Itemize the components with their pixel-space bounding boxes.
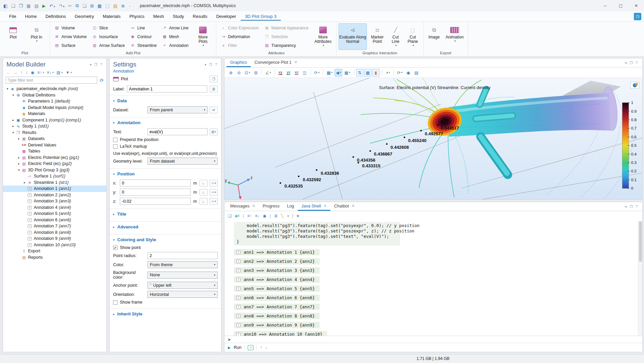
update-plot-icon[interactable]: ⟳▾	[396, 69, 404, 77]
rotate-icon[interactable]: ⟳▾	[313, 69, 321, 77]
close-tab-icon[interactable]: ✕	[352, 204, 355, 208]
tree-item-annotation-5[interactable]: Annotation 5{ann5}	[3, 211, 106, 217]
close-tab-icon[interactable]: ✕	[252, 204, 255, 208]
qat-overflow-icon[interactable]: ⌄	[129, 4, 131, 7]
panel-float-icon[interactable]: ❐	[629, 205, 633, 208]
show-frame-checkbox[interactable]	[113, 300, 117, 305]
tree-item-electric-potential-ec-[interactable]: ▸Electric Potential (ec){pg1}	[3, 155, 106, 161]
ribbon-arrow-volume-button[interactable]: ⊞Arrow Volume	[52, 32, 89, 41]
annotation-text-input[interactable]	[147, 128, 208, 135]
close-button[interactable]: ✕	[628, 0, 644, 11]
panel-menu-icon[interactable]: ▾	[205, 63, 206, 66]
panel-pin-icon[interactable]: ⊤	[635, 205, 638, 208]
copy-icon[interactable]: ⧉	[76, 3, 79, 8]
camera-view-icon[interactable]: ◫	[301, 69, 308, 77]
orientation-select[interactable]: Horizontal▾	[147, 291, 218, 298]
duplicate-icon[interactable]: ⊞	[90, 3, 94, 8]
plot-settings-button[interactable]	[630, 82, 639, 89]
section-advanced[interactable]: ▸Advanced	[113, 223, 218, 231]
tree-item-surface-1[interactable]: Surface 1{surf1}	[3, 173, 106, 179]
panel-menu-icon[interactable]: ▾	[625, 205, 627, 208]
tree-item-3d-plot-group-3[interactable]: ▾3D Plot Group 3{pg3}	[3, 167, 106, 173]
ribbon-arrow-line-button[interactable]: ↗Arrow Line	[160, 24, 191, 32]
find-icon[interactable]: ⊕	[121, 3, 125, 8]
show-frame-row[interactable]: Show frame	[113, 299, 218, 306]
tree-filter-input[interactable]	[6, 77, 97, 84]
ribbon-annotation-button[interactable]: ⌖Annotation	[160, 41, 191, 50]
more-attributes-button[interactable]: More Attributes▾	[312, 23, 334, 50]
section-coloring-style[interactable]: ▾Coloring and Style	[113, 235, 218, 244]
tab-convergence-plot-1[interactable]: Convergence Plot 1✕	[251, 58, 301, 67]
geometry-level-select[interactable]: From dataset▾	[147, 158, 218, 165]
panel-float-icon[interactable]: ❐	[94, 63, 97, 66]
script-icon[interactable]: ≡	[248, 345, 253, 350]
show-point-checkbox[interactable]: ✔	[113, 246, 117, 250]
help-button[interactable]: ◳	[634, 13, 641, 20]
tree-item-results[interactable]: ▾Results	[3, 130, 106, 136]
show-icon[interactable]: ◉	[31, 70, 34, 75]
tree-item-annotation-6[interactable]: Annotation 6{ann6}	[3, 217, 106, 223]
section-annotation[interactable]: ▾Annotation	[113, 118, 218, 127]
section-title[interactable]: ▸Title	[113, 210, 218, 219]
tree-item-global-definitions[interactable]: ▾Global Definitions	[3, 92, 106, 99]
show-grid-icon[interactable]: ▦	[364, 69, 372, 77]
default-view-icon[interactable]: ∠▾	[264, 69, 272, 77]
range-button[interactable]: ∟	[199, 189, 208, 196]
menu-mesh[interactable]: Mesh	[149, 12, 168, 21]
unit-menu-button[interactable]: ▭▾	[210, 189, 218, 196]
forward-icon[interactable]: →	[14, 70, 18, 75]
section-data[interactable]: ▾Data	[113, 96, 218, 105]
plot-in-window-button[interactable]: ❐	[210, 76, 218, 82]
panel-pin-icon[interactable]: ⊤	[100, 63, 103, 66]
assignments-icon[interactable]: a=	[235, 214, 240, 218]
move-down-icon[interactable]: ↓	[26, 70, 28, 75]
graphics-canvas[interactable]: 0.6445170.4925770.4552400.4426080.436867…	[224, 78, 642, 199]
tree-item-reports[interactable]: Reports	[3, 254, 106, 261]
view-xy-icon[interactable]: xy	[277, 69, 284, 77]
more-plots-button[interactable]: More Plots▾	[192, 23, 214, 50]
panel-float-icon[interactable]: ❐	[629, 61, 633, 65]
cut-icon[interactable]: ✂	[68, 3, 72, 8]
zoom-in-icon[interactable]: ⊕	[227, 69, 235, 77]
dataset-switch-button[interactable]: ⇄	[210, 107, 218, 113]
menu-file[interactable]: File	[5, 12, 21, 21]
deselect-icon[interactable]: ▨	[113, 3, 117, 8]
tree-item-annotation-10[interactable]: Annotation 10{ann10}	[3, 242, 106, 248]
tab-messages[interactable]: Messages✕	[226, 202, 259, 211]
view-yz-icon[interactable]: yz	[285, 69, 292, 77]
console-scrollbar[interactable]	[638, 221, 642, 336]
zoom-out-icon[interactable]: ⊖	[235, 69, 243, 77]
section-inherit-style[interactable]: ▸Inherit Style	[113, 310, 218, 318]
ribbon-slice-button[interactable]: ◫Slice	[90, 24, 127, 32]
back-icon[interactable]: ←	[6, 70, 10, 75]
tree-item-annotation-4[interactable]: Annotation 4{ann4}	[3, 204, 106, 211]
move-up-icon[interactable]: ↑	[21, 70, 23, 75]
evaluate-along-normal-button[interactable]: ⊲ Evaluate Along Normal	[339, 23, 367, 50]
tree-item-export[interactable]: Export	[3, 248, 106, 254]
panel-menu-icon[interactable]: ▾	[625, 61, 627, 65]
tab-chatbot[interactable]: Chatbot✕	[330, 202, 358, 211]
show-point-row[interactable]: ✔ Show point	[113, 244, 218, 251]
panel-pin-icon[interactable]: ⊤	[215, 63, 218, 66]
tree-item-study-1[interactable]: ▸Study 1{std1}	[3, 123, 106, 130]
color-select[interactable]: From theme▾	[147, 261, 218, 268]
cut-line-button[interactable]: ╱ Cut Line▾	[388, 23, 403, 50]
model-tree-nodes-icon[interactable]: ▤	[57, 70, 60, 75]
prepend-position-checkbox[interactable]	[113, 138, 117, 142]
range-button[interactable]: ∟	[199, 180, 208, 187]
maximize-button[interactable]: ▢	[613, 0, 628, 11]
ribbon-arrow-surface-button[interactable]: ▥Arrow Surface	[90, 41, 127, 50]
menu-home[interactable]: Home	[21, 12, 41, 21]
tree-item-tables[interactable]: Tables	[3, 148, 106, 155]
scrollbar-thumb[interactable]	[639, 221, 642, 262]
menu-developer[interactable]: Developer	[212, 12, 240, 21]
delete-icon[interactable]: ▦	[98, 3, 102, 8]
filter-funnel-icon[interactable]: ▼	[65, 70, 70, 75]
tab-progress[interactable]: Progress	[259, 202, 283, 211]
dataset-select[interactable]: From parent▾	[147, 106, 208, 113]
tree-item-electric-field-ec-[interactable]: ▸Electric Field (ec){pg2}	[3, 161, 106, 167]
menu-materials[interactable]: Materials	[98, 12, 125, 21]
tree-item-derived-values[interactable]: Derived Values	[3, 142, 106, 148]
refresh-icon[interactable]: ⟳	[100, 78, 104, 83]
animation-button[interactable]: Animation▾	[444, 23, 466, 50]
